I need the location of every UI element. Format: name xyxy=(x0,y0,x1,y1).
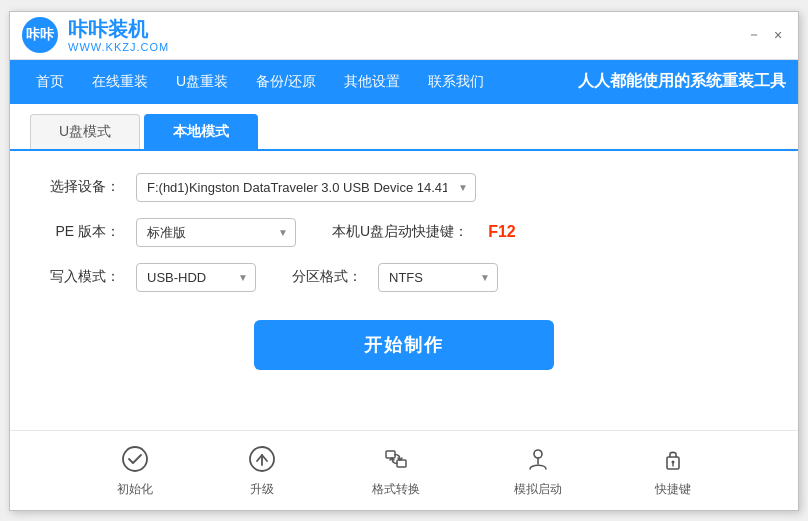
minimize-button[interactable]: － xyxy=(746,27,762,43)
svg-point-0 xyxy=(123,447,147,471)
app-url: WWW.KKZJ.COM xyxy=(68,41,169,53)
tool-upgrade[interactable]: 升级 xyxy=(246,443,278,498)
tool-simulate-label: 模拟启动 xyxy=(514,481,562,498)
pe-hotkey-row: PE 版本： 标准版 本机U盘启动快捷键： F12 xyxy=(50,218,758,247)
app-logo: 咔咔 xyxy=(22,17,58,53)
nav-home[interactable]: 首页 xyxy=(22,67,78,97)
hotkey-label: 本机U盘启动快捷键： xyxy=(332,223,468,241)
svg-rect-3 xyxy=(386,451,395,458)
tool-format-label: 格式转换 xyxy=(372,481,420,498)
nav-bar: 首页 在线重装 U盘重装 备份/还原 其他设置 联系我们 人人都能使用的系统重装… xyxy=(10,60,798,104)
init-icon xyxy=(119,443,151,475)
pe-label: PE 版本： xyxy=(50,223,120,241)
title-bar: 咔咔 咔咔装机 WWW.KKZJ.COM － × xyxy=(10,12,798,60)
title-controls: － × xyxy=(746,27,786,43)
start-btn-container: 开始制作 xyxy=(50,316,758,374)
tool-init[interactable]: 初始化 xyxy=(117,443,153,498)
pe-select-wrapper: 标准版 xyxy=(136,218,296,247)
tool-shortcut[interactable]: 快捷键 xyxy=(655,443,691,498)
tab-usb-mode[interactable]: U盘模式 xyxy=(30,114,140,149)
tool-shortcut-label: 快捷键 xyxy=(655,481,691,498)
nav-online-reinstall[interactable]: 在线重装 xyxy=(78,67,162,97)
pe-select[interactable]: 标准版 xyxy=(136,218,296,247)
title-text-group: 咔咔装机 WWW.KKZJ.COM xyxy=(68,17,169,53)
hotkey-value: F12 xyxy=(488,223,516,241)
nav-contact[interactable]: 联系我们 xyxy=(414,67,498,97)
tool-upgrade-label: 升级 xyxy=(250,481,274,498)
app-name: 咔咔装机 xyxy=(68,17,169,41)
main-window: 咔咔 咔咔装机 WWW.KKZJ.COM － × 首页 在线重装 U盘重装 备份… xyxy=(9,11,799,511)
simulate-icon xyxy=(522,443,554,475)
nav-usb-reinstall[interactable]: U盘重装 xyxy=(162,67,242,97)
format-icon xyxy=(380,443,412,475)
tab-local-mode[interactable]: 本地模式 xyxy=(144,114,258,149)
nav-slogan: 人人都能使用的系统重装工具 xyxy=(578,71,786,92)
bottom-tools: 初始化 升级 xyxy=(10,430,798,510)
nav-backup[interactable]: 备份/还原 xyxy=(242,67,330,97)
tool-format[interactable]: 格式转换 xyxy=(372,443,420,498)
tabs-row: U盘模式 本地模式 xyxy=(10,104,798,151)
svg-rect-4 xyxy=(397,460,406,467)
nav-settings[interactable]: 其他设置 xyxy=(330,67,414,97)
svg-point-5 xyxy=(534,450,542,458)
tool-init-label: 初始化 xyxy=(117,481,153,498)
partition-label: 分区格式： xyxy=(292,268,362,286)
device-label: 选择设备： xyxy=(50,178,120,196)
upgrade-icon xyxy=(246,443,278,475)
partition-select[interactable]: NTFS xyxy=(378,263,498,292)
device-select-wrapper: F:(hd1)Kingston DataTraveler 3.0 USB Dev… xyxy=(136,173,476,202)
tool-simulate[interactable]: 模拟启动 xyxy=(514,443,562,498)
partition-select-wrapper: NTFS xyxy=(378,263,498,292)
write-partition-row: 写入模式： USB-HDD 分区格式： NTFS xyxy=(50,263,758,292)
write-select[interactable]: USB-HDD xyxy=(136,263,256,292)
device-select[interactable]: F:(hd1)Kingston DataTraveler 3.0 USB Dev… xyxy=(136,173,476,202)
close-button[interactable]: × xyxy=(770,27,786,43)
write-select-wrapper: USB-HDD xyxy=(136,263,256,292)
logo-text: 咔咔 xyxy=(26,26,54,44)
write-label: 写入模式： xyxy=(50,268,120,286)
form-area: 选择设备： F:(hd1)Kingston DataTraveler 3.0 U… xyxy=(10,151,798,430)
shortcut-icon xyxy=(657,443,689,475)
device-row: 选择设备： F:(hd1)Kingston DataTraveler 3.0 U… xyxy=(50,173,758,202)
content-area: U盘模式 本地模式 选择设备： F:(hd1)Kingston DataTrav… xyxy=(10,104,798,510)
start-button[interactable]: 开始制作 xyxy=(254,320,554,370)
